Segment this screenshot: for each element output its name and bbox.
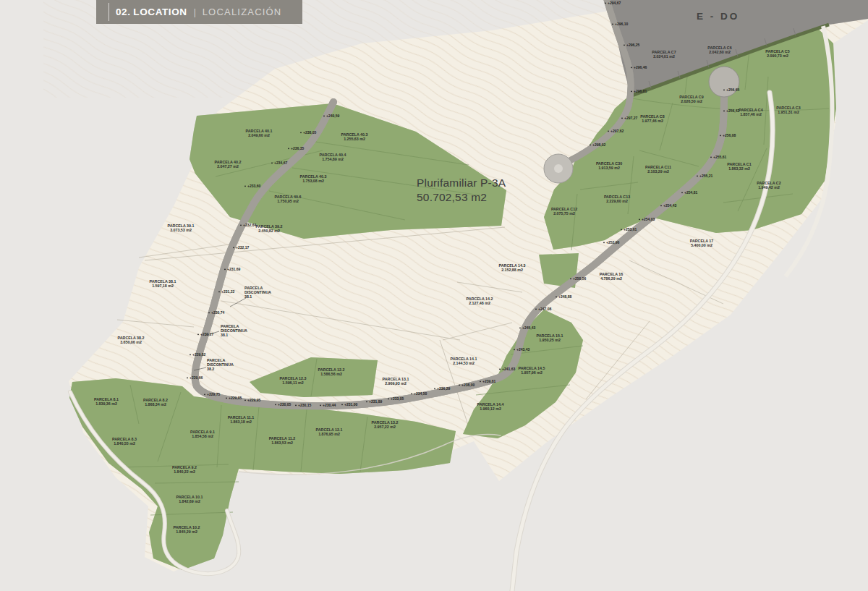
parcel-label: PARCELA 38.23.650,06 m2 [118, 336, 145, 344]
elevation-point [621, 229, 622, 230]
elevation-point [300, 132, 302, 133]
elevation-point [681, 192, 683, 193]
parcel-label: PARCELA 14.41.960,12 m2 [477, 402, 504, 411]
elevation-point [411, 393, 412, 394]
parcel-label: PARCELA 9.21.840,22 m2 [172, 465, 197, 474]
elevation-point [233, 247, 234, 248]
elevation-mark: +231,00 [344, 402, 357, 407]
elevation-mark: +229,85 [229, 396, 242, 400]
parcel-label: PARCELA 15.11.950,25 m2 [537, 333, 563, 342]
elevation-point [660, 205, 662, 206]
elevation-mark: +231,69 [227, 267, 240, 271]
elevation-point [288, 148, 289, 149]
elevation-point [271, 162, 273, 163]
elevation-mark: +230,27 [200, 332, 213, 336]
elevation-mark: +256,65 [726, 88, 739, 92]
parcel-label: PARCELA 164.786,29 m2 [600, 272, 623, 281]
parcel-label: PARCELA 40.61.750,95 m2 [275, 195, 302, 203]
parcel-label: PARCELA 38.11.597,18 m2 [150, 279, 176, 288]
elevation-point [519, 327, 521, 328]
elevation-point [608, 130, 609, 132]
elevation-point [605, 2, 606, 4]
section-number: 02. [116, 7, 131, 17]
elevation-mark: +255,61 [713, 155, 726, 159]
parcel-label: PARCELA 39.22.450,82 m2 [256, 224, 283, 233]
elevation-mark: +230,15 [298, 403, 311, 407]
parcel-label: PARCELA C31.951,31 m2 [776, 106, 800, 114]
parcel-label: PARCELA 11.11.863,18 m2 [228, 415, 255, 424]
elevation-point [720, 135, 721, 136]
parcel-label: PARCELA 8.11.839,36 m2 [94, 397, 119, 406]
elevation-point [366, 401, 367, 402]
elevation-point [187, 377, 188, 378]
elevation-mark: +256,08 [723, 133, 736, 137]
elevation-point [603, 242, 605, 243]
elevation-mark: +236,35 [291, 146, 304, 150]
elevation-mark: +294,67 [608, 1, 621, 5]
elevation-mark: +254,03 [642, 217, 655, 221]
elevation-point [639, 218, 640, 220]
elevation-mark: +296,46 [634, 65, 647, 69]
elevation-point [556, 296, 557, 297]
parcel-label: PARCELA 10.21.845,29 m2 [174, 525, 200, 534]
elevation-point [590, 144, 591, 145]
parcel-label: PARCELA C81.977,46 m2 [640, 114, 664, 123]
header-accent-line [109, 3, 109, 21]
elevation-mark: +296,10 [615, 22, 628, 26]
main-parcel-name: Plurifamiliar P-3A [417, 176, 506, 190]
cul-de-sac-center [554, 164, 563, 173]
parcel-label: PARCELA C301.913,59 m2 [596, 161, 622, 170]
elevation-point [480, 380, 481, 382]
elevation-mark: +231,89 [369, 399, 382, 404]
elevation-mark: +255,21 [699, 174, 712, 178]
elevation-mark: +238,05 [303, 130, 316, 135]
elevation-point [218, 291, 220, 292]
elevation-point [341, 404, 343, 405]
elevation-point [204, 394, 205, 395]
elevation-point [197, 333, 199, 335]
parcel-label: PARCELA 40.31.753,08 m2 [300, 174, 327, 183]
parcel-label: PARCELA 39.13.073,53 m2 [168, 224, 195, 232]
parcel-label: PARCELA C52.090,73 m2 [765, 49, 789, 58]
elevation-mark: +236,29 [437, 386, 450, 391]
main-parcel-label: Plurifamiliar P-3A 50.702,53 m2 [417, 176, 506, 205]
elevation-mark: +234,50 [414, 391, 427, 396]
elevation-mark: +239,81 [482, 379, 495, 383]
parcel-label: PARCELA 14.32.152,88 m2 [499, 263, 526, 272]
parcel-label: PARCELA 13.22.957,22 m2 [372, 420, 399, 429]
elevation-point [244, 399, 246, 401]
elevation-mark: +254,81 [684, 190, 697, 195]
parcel-label: PARCELA C122.075,75 m2 [551, 207, 577, 216]
parcel-label: PARCELA C92.026,50 m2 [679, 95, 703, 103]
elevation-mark: +232,17 [236, 245, 249, 250]
parcel-label: PARCELA 40.22.047,27 m2 [215, 160, 242, 169]
elevation-mark: +238,00 [461, 383, 475, 387]
parcel-label: PARCELA 175.400,00 m2 [690, 239, 713, 247]
brochure-page: PARCELA C72.024,01 m2PARCELA C62.042,60 … [0, 0, 868, 591]
parcel-label: PARCELA 40.31.255,63 m2 [341, 132, 368, 141]
parcel-label: PARCELA C72.024,01 m2 [652, 50, 676, 59]
elevation-point [295, 404, 297, 406]
parcel-label: PARCELA 10.11.842,69 m2 [176, 495, 203, 503]
header-text: 02. LOCATION | LOCALIZACIÓN [96, 7, 281, 17]
header-divider: | [193, 7, 196, 17]
elevation-mark: +232,64 [243, 223, 256, 227]
elevation-mark: +229,75 [207, 392, 220, 396]
elevation-point [499, 368, 501, 370]
parcel-label: PARCELA 40.41.754,89 m2 [320, 153, 346, 161]
elevation-point [612, 23, 613, 25]
parcel-label: PARCELA 8.21.868,34 m2 [143, 398, 168, 407]
parcel-label: PARCELA 12.21.586,56 m2 [318, 367, 345, 376]
elevation-mark: +230,74 [211, 310, 224, 315]
road-name-label: E - DO [697, 11, 739, 22]
elevation-point [388, 398, 389, 399]
elevation-mark: +229,95 [247, 398, 260, 402]
parcel-label: PARCELA C132.229,60 m2 [604, 195, 630, 203]
elevation-point [631, 67, 632, 68]
parcel-label: PARCELA 14.22.127,48 m2 [467, 297, 493, 305]
elevation-mark: +241,63 [502, 367, 515, 371]
elevation-point [224, 268, 226, 270]
parcel-label: PARCELA 40.12.049,60 m2 [246, 129, 273, 137]
elevation-point [208, 312, 210, 313]
elevation-mark: +233,60 [247, 184, 260, 188]
